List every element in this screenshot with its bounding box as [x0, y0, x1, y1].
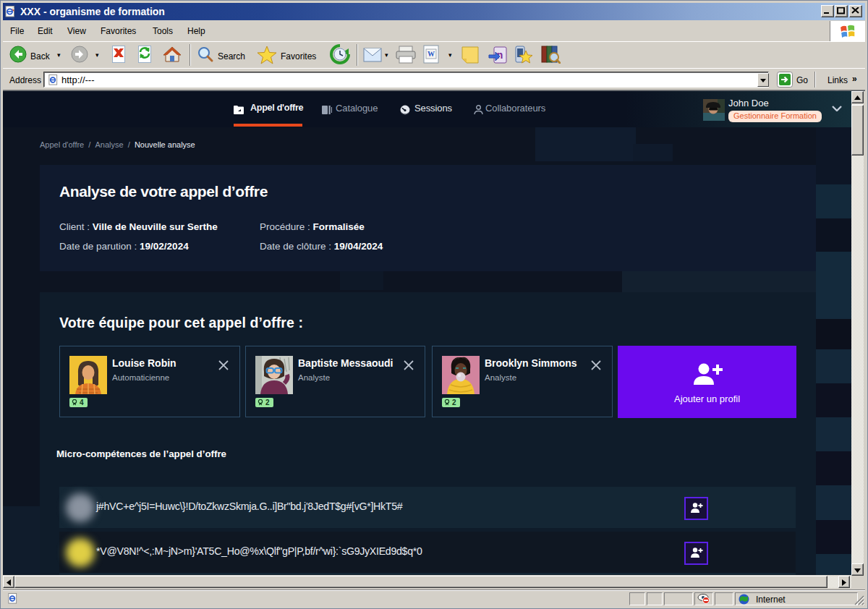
- svg-text:W: W: [427, 50, 435, 58]
